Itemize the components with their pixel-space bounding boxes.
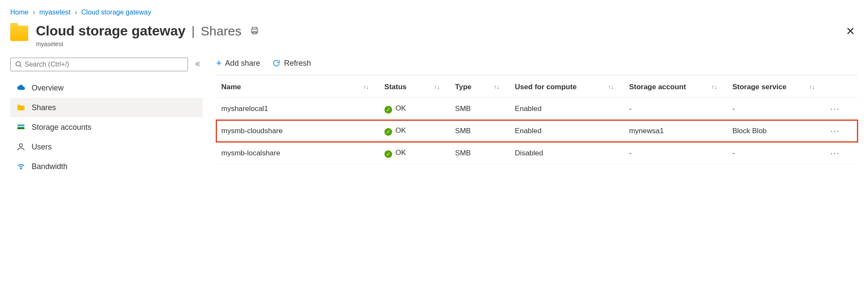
page-header: Cloud storage gateway | Shares myasetest… — [10, 23, 858, 47]
col-svc[interactable]: Storage service↑↓ — [727, 77, 825, 98]
cell-status: ✓OK — [379, 120, 450, 142]
sidebar-item-label: Overview — [32, 84, 64, 93]
sidebar-item-users[interactable]: Users — [10, 137, 202, 157]
cell-type: SMB — [450, 98, 510, 120]
row-actions-menu[interactable]: ··· — [830, 104, 840, 113]
plus-icon: + — [216, 58, 222, 69]
chevron-right-icon: › — [33, 9, 35, 16]
table-row[interactable]: mysmb-localshare✓OKSMBDisabled--··· — [216, 142, 858, 164]
sidebar-item-shares[interactable]: Shares — [10, 98, 202, 117]
check-icon: ✓ — [384, 106, 392, 114]
svg-line-4 — [20, 65, 21, 67]
sort-icon: ↑↓ — [434, 85, 440, 89]
page-subsection: Shares — [201, 24, 241, 38]
storage-icon — [16, 123, 26, 132]
cell-name[interactable]: mysmb-cloudshare — [216, 120, 379, 142]
cell-acct: - — [624, 142, 727, 164]
sort-icon: ↑↓ — [809, 85, 815, 89]
cell-status: ✓OK — [379, 98, 450, 120]
bandwidth-icon — [16, 162, 26, 171]
shares-table: Name↑↓ Status↑↓ Type↑↓ Used for compute↑… — [216, 77, 858, 164]
sort-icon: ↑↓ — [364, 85, 369, 89]
svg-rect-5 — [18, 125, 25, 127]
folder-icon — [16, 103, 26, 112]
sort-icon: ↑↓ — [494, 85, 499, 89]
cell-svc: Block Blob — [727, 120, 825, 142]
toolbar-label: Refresh — [284, 59, 311, 68]
cell-used: Disabled — [510, 142, 624, 164]
table-row[interactable]: mysharelocal1✓OKSMBEnabled--··· — [216, 98, 858, 120]
search-icon — [15, 61, 23, 68]
toolbar: + Add share Refresh — [216, 58, 858, 75]
sidebar-item-storage-accounts[interactable]: Storage accounts — [10, 117, 202, 137]
check-icon: ✓ — [384, 150, 392, 158]
col-name[interactable]: Name↑↓ — [216, 77, 379, 98]
sidebar-item-bandwidth[interactable]: Bandwidth — [10, 157, 202, 176]
title-separator: | — [191, 24, 195, 38]
cell-acct: mynewsa1 — [624, 120, 727, 142]
breadcrumb: Home › myasetest › Cloud storage gateway — [10, 9, 858, 16]
cell-svc: - — [727, 98, 825, 120]
search-box[interactable] — [10, 58, 188, 71]
svg-point-3 — [16, 61, 21, 66]
col-acct[interactable]: Storage account↑↓ — [624, 77, 727, 98]
cell-name[interactable]: mysharelocal1 — [216, 98, 379, 120]
row-actions-menu[interactable]: ··· — [830, 148, 840, 158]
breadcrumb-section[interactable]: Cloud storage gateway — [81, 9, 151, 16]
svg-point-8 — [21, 169, 21, 169]
refresh-button[interactable]: Refresh — [272, 59, 311, 68]
sidebar-item-label: Users — [32, 143, 52, 152]
cell-type: SMB — [450, 120, 510, 142]
add-share-button[interactable]: + Add share — [216, 58, 260, 69]
search-input[interactable] — [24, 61, 183, 68]
sidebar-nav: Overview Shares Storage accounts Users — [10, 78, 202, 176]
print-icon[interactable] — [250, 26, 259, 37]
close-button[interactable]: ✕ — [843, 23, 858, 39]
sidebar-item-label: Bandwidth — [32, 162, 67, 171]
cell-acct: - — [624, 98, 727, 120]
chevron-right-icon: › — [75, 9, 77, 16]
refresh-icon — [272, 59, 281, 67]
cell-svc: - — [727, 142, 825, 164]
sidebar-item-label: Storage accounts — [32, 123, 91, 132]
sort-icon: ↑↓ — [608, 85, 614, 89]
svg-rect-6 — [18, 127, 25, 129]
toolbar-label: Add share — [225, 59, 260, 68]
cell-status: ✓OK — [379, 142, 450, 164]
col-status[interactable]: Status↑↓ — [379, 77, 450, 98]
cell-name[interactable]: mysmb-localshare — [216, 142, 379, 164]
breadcrumb-resource[interactable]: myasetest — [39, 9, 70, 16]
check-icon: ✓ — [384, 128, 392, 136]
folder-icon — [10, 26, 28, 41]
sidebar-item-label: Shares — [32, 103, 56, 112]
cell-type: SMB — [450, 142, 510, 164]
user-icon — [16, 142, 26, 152]
col-actions — [825, 77, 858, 98]
cloud-icon — [16, 83, 26, 93]
cell-used: Enabled — [510, 98, 624, 120]
breadcrumb-home[interactable]: Home — [10, 9, 29, 16]
col-used[interactable]: Used for compute↑↓ — [510, 77, 624, 98]
collapse-sidebar-button[interactable] — [193, 59, 202, 70]
table-row[interactable]: mysmb-cloudshare✓OKSMBEnabledmynewsa1Blo… — [216, 120, 858, 142]
sort-icon: ↑↓ — [711, 85, 717, 89]
col-type[interactable]: Type↑↓ — [450, 77, 510, 98]
cell-used: Enabled — [510, 120, 624, 142]
row-actions-menu[interactable]: ··· — [830, 126, 840, 135]
sidebar-item-overview[interactable]: Overview — [10, 78, 202, 98]
page-title: Cloud storage gateway — [36, 23, 185, 39]
resource-name: myasetest — [36, 41, 259, 47]
svg-point-7 — [19, 144, 22, 147]
